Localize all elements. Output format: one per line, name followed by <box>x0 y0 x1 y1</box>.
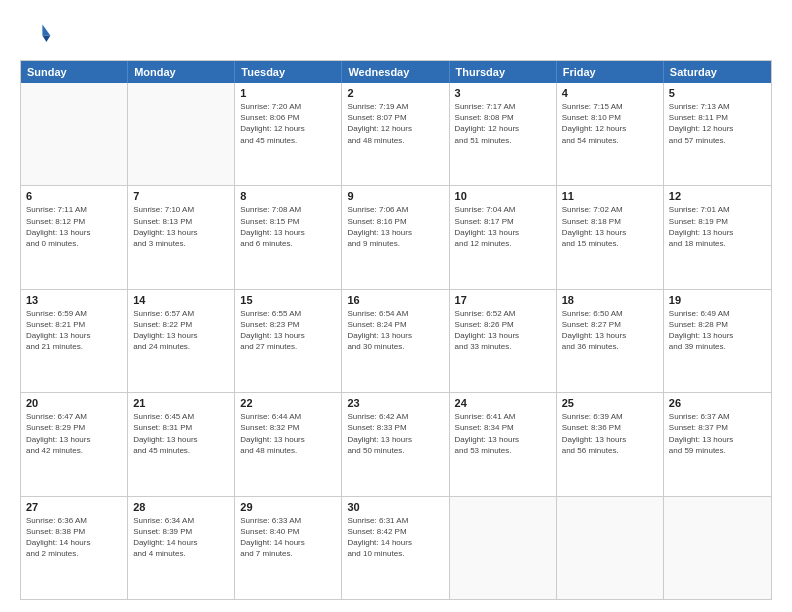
day-number: 16 <box>347 294 443 306</box>
day-number: 20 <box>26 397 122 409</box>
day-number: 24 <box>455 397 551 409</box>
day-13: 13Sunrise: 6:59 AM Sunset: 8:21 PM Dayli… <box>21 290 128 392</box>
day-10: 10Sunrise: 7:04 AM Sunset: 8:17 PM Dayli… <box>450 186 557 288</box>
day-number: 11 <box>562 190 658 202</box>
day-info: Sunrise: 7:13 AM Sunset: 8:11 PM Dayligh… <box>669 101 766 146</box>
day-number: 1 <box>240 87 336 99</box>
day-7: 7Sunrise: 7:10 AM Sunset: 8:13 PM Daylig… <box>128 186 235 288</box>
day-info: Sunrise: 6:50 AM Sunset: 8:27 PM Dayligh… <box>562 308 658 353</box>
day-info: Sunrise: 7:17 AM Sunset: 8:08 PM Dayligh… <box>455 101 551 146</box>
day-number: 15 <box>240 294 336 306</box>
day-number: 13 <box>26 294 122 306</box>
day-info: Sunrise: 6:59 AM Sunset: 8:21 PM Dayligh… <box>26 308 122 353</box>
day-number: 19 <box>669 294 766 306</box>
day-info: Sunrise: 6:37 AM Sunset: 8:37 PM Dayligh… <box>669 411 766 456</box>
day-of-week-tuesday: Tuesday <box>235 61 342 83</box>
day-12: 12Sunrise: 7:01 AM Sunset: 8:19 PM Dayli… <box>664 186 771 288</box>
day-2: 2Sunrise: 7:19 AM Sunset: 8:07 PM Daylig… <box>342 83 449 185</box>
day-number: 27 <box>26 501 122 513</box>
day-number: 10 <box>455 190 551 202</box>
calendar-header: SundayMondayTuesdayWednesdayThursdayFrid… <box>21 61 771 83</box>
day-number: 5 <box>669 87 766 99</box>
day-info: Sunrise: 7:11 AM Sunset: 8:12 PM Dayligh… <box>26 204 122 249</box>
day-number: 17 <box>455 294 551 306</box>
day-number: 28 <box>133 501 229 513</box>
page: SundayMondayTuesdayWednesdayThursdayFrid… <box>0 0 792 612</box>
empty-cell <box>557 497 664 599</box>
day-number: 2 <box>347 87 443 99</box>
day-info: Sunrise: 6:36 AM Sunset: 8:38 PM Dayligh… <box>26 515 122 560</box>
day-info: Sunrise: 6:33 AM Sunset: 8:40 PM Dayligh… <box>240 515 336 560</box>
day-6: 6Sunrise: 7:11 AM Sunset: 8:12 PM Daylig… <box>21 186 128 288</box>
day-number: 6 <box>26 190 122 202</box>
day-number: 30 <box>347 501 443 513</box>
empty-cell <box>664 497 771 599</box>
calendar-week-4: 20Sunrise: 6:47 AM Sunset: 8:29 PM Dayli… <box>21 392 771 495</box>
day-number: 22 <box>240 397 336 409</box>
calendar-body: 1Sunrise: 7:20 AM Sunset: 8:06 PM Daylig… <box>21 83 771 599</box>
calendar-week-3: 13Sunrise: 6:59 AM Sunset: 8:21 PM Dayli… <box>21 289 771 392</box>
day-info: Sunrise: 7:02 AM Sunset: 8:18 PM Dayligh… <box>562 204 658 249</box>
day-info: Sunrise: 7:01 AM Sunset: 8:19 PM Dayligh… <box>669 204 766 249</box>
day-number: 23 <box>347 397 443 409</box>
day-18: 18Sunrise: 6:50 AM Sunset: 8:27 PM Dayli… <box>557 290 664 392</box>
day-info: Sunrise: 6:41 AM Sunset: 8:34 PM Dayligh… <box>455 411 551 456</box>
calendar-week-5: 27Sunrise: 6:36 AM Sunset: 8:38 PM Dayli… <box>21 496 771 599</box>
day-info: Sunrise: 6:55 AM Sunset: 8:23 PM Dayligh… <box>240 308 336 353</box>
day-info: Sunrise: 7:06 AM Sunset: 8:16 PM Dayligh… <box>347 204 443 249</box>
day-19: 19Sunrise: 6:49 AM Sunset: 8:28 PM Dayli… <box>664 290 771 392</box>
day-of-week-wednesday: Wednesday <box>342 61 449 83</box>
day-14: 14Sunrise: 6:57 AM Sunset: 8:22 PM Dayli… <box>128 290 235 392</box>
day-number: 29 <box>240 501 336 513</box>
day-of-week-saturday: Saturday <box>664 61 771 83</box>
day-26: 26Sunrise: 6:37 AM Sunset: 8:37 PM Dayli… <box>664 393 771 495</box>
day-number: 12 <box>669 190 766 202</box>
day-9: 9Sunrise: 7:06 AM Sunset: 8:16 PM Daylig… <box>342 186 449 288</box>
day-info: Sunrise: 6:34 AM Sunset: 8:39 PM Dayligh… <box>133 515 229 560</box>
day-22: 22Sunrise: 6:44 AM Sunset: 8:32 PM Dayli… <box>235 393 342 495</box>
day-27: 27Sunrise: 6:36 AM Sunset: 8:38 PM Dayli… <box>21 497 128 599</box>
day-info: Sunrise: 6:49 AM Sunset: 8:28 PM Dayligh… <box>669 308 766 353</box>
day-3: 3Sunrise: 7:17 AM Sunset: 8:08 PM Daylig… <box>450 83 557 185</box>
day-info: Sunrise: 6:57 AM Sunset: 8:22 PM Dayligh… <box>133 308 229 353</box>
day-8: 8Sunrise: 7:08 AM Sunset: 8:15 PM Daylig… <box>235 186 342 288</box>
svg-marker-0 <box>42 24 50 35</box>
calendar-week-1: 1Sunrise: 7:20 AM Sunset: 8:06 PM Daylig… <box>21 83 771 185</box>
day-30: 30Sunrise: 6:31 AM Sunset: 8:42 PM Dayli… <box>342 497 449 599</box>
day-info: Sunrise: 7:04 AM Sunset: 8:17 PM Dayligh… <box>455 204 551 249</box>
day-15: 15Sunrise: 6:55 AM Sunset: 8:23 PM Dayli… <box>235 290 342 392</box>
day-info: Sunrise: 6:44 AM Sunset: 8:32 PM Dayligh… <box>240 411 336 456</box>
header <box>20 18 772 50</box>
day-4: 4Sunrise: 7:15 AM Sunset: 8:10 PM Daylig… <box>557 83 664 185</box>
empty-cell <box>450 497 557 599</box>
day-28: 28Sunrise: 6:34 AM Sunset: 8:39 PM Dayli… <box>128 497 235 599</box>
day-info: Sunrise: 7:08 AM Sunset: 8:15 PM Dayligh… <box>240 204 336 249</box>
day-21: 21Sunrise: 6:45 AM Sunset: 8:31 PM Dayli… <box>128 393 235 495</box>
day-11: 11Sunrise: 7:02 AM Sunset: 8:18 PM Dayli… <box>557 186 664 288</box>
day-info: Sunrise: 6:45 AM Sunset: 8:31 PM Dayligh… <box>133 411 229 456</box>
day-1: 1Sunrise: 7:20 AM Sunset: 8:06 PM Daylig… <box>235 83 342 185</box>
day-info: Sunrise: 7:19 AM Sunset: 8:07 PM Dayligh… <box>347 101 443 146</box>
empty-cell <box>21 83 128 185</box>
day-info: Sunrise: 7:15 AM Sunset: 8:10 PM Dayligh… <box>562 101 658 146</box>
day-info: Sunrise: 6:52 AM Sunset: 8:26 PM Dayligh… <box>455 308 551 353</box>
day-number: 8 <box>240 190 336 202</box>
day-5: 5Sunrise: 7:13 AM Sunset: 8:11 PM Daylig… <box>664 83 771 185</box>
svg-marker-1 <box>42 36 50 42</box>
day-24: 24Sunrise: 6:41 AM Sunset: 8:34 PM Dayli… <box>450 393 557 495</box>
day-25: 25Sunrise: 6:39 AM Sunset: 8:36 PM Dayli… <box>557 393 664 495</box>
day-info: Sunrise: 6:31 AM Sunset: 8:42 PM Dayligh… <box>347 515 443 560</box>
calendar-week-2: 6Sunrise: 7:11 AM Sunset: 8:12 PM Daylig… <box>21 185 771 288</box>
day-number: 14 <box>133 294 229 306</box>
day-number: 9 <box>347 190 443 202</box>
day-info: Sunrise: 6:42 AM Sunset: 8:33 PM Dayligh… <box>347 411 443 456</box>
day-number: 18 <box>562 294 658 306</box>
day-number: 4 <box>562 87 658 99</box>
day-29: 29Sunrise: 6:33 AM Sunset: 8:40 PM Dayli… <box>235 497 342 599</box>
empty-cell <box>128 83 235 185</box>
calendar: SundayMondayTuesdayWednesdayThursdayFrid… <box>20 60 772 600</box>
day-info: Sunrise: 7:10 AM Sunset: 8:13 PM Dayligh… <box>133 204 229 249</box>
logo <box>20 18 58 50</box>
day-of-week-monday: Monday <box>128 61 235 83</box>
day-number: 21 <box>133 397 229 409</box>
